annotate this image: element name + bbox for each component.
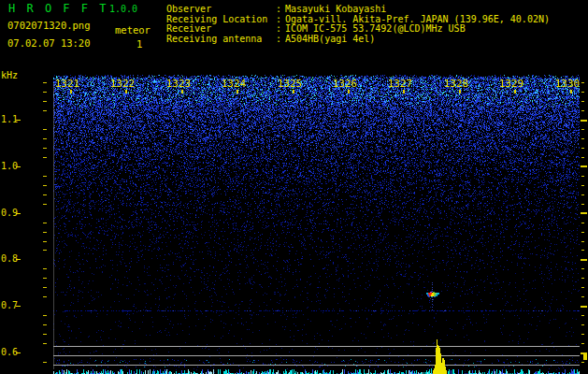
axis-tick bbox=[581, 194, 584, 195]
output-filename: 0702071320.png bbox=[7, 20, 91, 31]
axis-tick bbox=[43, 82, 47, 83]
time-tick-label: 1327 bbox=[388, 78, 413, 90]
axis-tick bbox=[43, 287, 47, 288]
axis-tick bbox=[43, 223, 47, 223]
axis-tick bbox=[43, 185, 47, 186]
minute-tick bbox=[125, 90, 127, 94]
info-separator: : bbox=[276, 5, 285, 15]
time-tick-label: 1330 bbox=[555, 78, 581, 90]
app-version: 1.0.0 bbox=[109, 4, 137, 14]
meteor-count: 1 bbox=[136, 38, 142, 50]
axis-tick bbox=[43, 176, 47, 177]
info-value: Ogata-vill. Akita-Pref. JAPAN (139.96E, … bbox=[285, 14, 550, 24]
axis-tick bbox=[581, 278, 584, 279]
axis-tick bbox=[581, 110, 584, 111]
axis-tick bbox=[581, 82, 584, 83]
station-info: Observer:Masayuki Kobayashi Receiving Lo… bbox=[166, 5, 550, 44]
axis-tick bbox=[43, 194, 47, 195]
minute-tick bbox=[570, 90, 572, 94]
axis-tick bbox=[43, 315, 47, 316]
meteor-echo-marker bbox=[421, 280, 445, 314]
axis-tick bbox=[43, 250, 47, 251]
axis-tick bbox=[581, 101, 584, 102]
signal-spike bbox=[53, 337, 580, 374]
time-tick-label: 1321 bbox=[55, 78, 80, 90]
axis-tick bbox=[581, 287, 584, 288]
axis-tick bbox=[43, 101, 47, 102]
minute-tick bbox=[237, 90, 238, 94]
time-tick-label: 1328 bbox=[444, 78, 469, 90]
minute-tick bbox=[403, 90, 405, 94]
info-label: Observer bbox=[166, 5, 276, 15]
axis-tick bbox=[16, 213, 21, 214]
axis-tick bbox=[16, 352, 21, 353]
axis-tick bbox=[43, 278, 47, 279]
spectrogram-canvas bbox=[53, 73, 580, 374]
axis-tick bbox=[581, 306, 587, 308]
axis-tick bbox=[581, 250, 584, 251]
axis-tick bbox=[43, 268, 47, 269]
axis-tick bbox=[43, 241, 47, 242]
axis-tick bbox=[581, 223, 584, 223]
axis-tick bbox=[43, 129, 47, 130]
axis-tick bbox=[581, 92, 584, 93]
time-tick-label: 1323 bbox=[166, 78, 192, 90]
time-tick-label: 1322 bbox=[110, 78, 136, 90]
axis-tick bbox=[43, 334, 47, 335]
axis-tick bbox=[16, 259, 21, 260]
axis-tick bbox=[43, 232, 47, 233]
time-tick-label: 1329 bbox=[499, 78, 524, 90]
minute-tick bbox=[459, 90, 461, 94]
minute-tick bbox=[181, 90, 183, 94]
axis-tick bbox=[43, 157, 47, 158]
axis-tick bbox=[581, 212, 587, 214]
mode-label: meteor bbox=[115, 24, 151, 36]
info-separator: : bbox=[276, 35, 285, 45]
axis-tick bbox=[43, 110, 47, 111]
axis-tick bbox=[581, 259, 587, 261]
axis-tick bbox=[43, 92, 47, 93]
axis-tick bbox=[581, 232, 584, 233]
axis-tick bbox=[581, 148, 584, 149]
time-tick-label: 1325 bbox=[278, 78, 303, 90]
axis-tick bbox=[581, 176, 584, 177]
right-axis-marker bbox=[583, 354, 587, 360]
axis-tick bbox=[16, 120, 21, 121]
info-value: ICOM IC-575 53.7492(@LCD)MHz USB bbox=[285, 23, 466, 34]
axis-tick bbox=[581, 343, 584, 344]
axis-tick bbox=[581, 334, 584, 335]
info-value: Masayuki Kobayashi bbox=[285, 4, 386, 14]
axis-tick bbox=[581, 268, 584, 269]
axis-tick bbox=[581, 241, 584, 242]
minute-tick bbox=[70, 90, 72, 94]
axis-tick bbox=[43, 138, 47, 139]
time-tick-label: 1324 bbox=[222, 78, 247, 90]
info-value: A504HB(yagi 4el) bbox=[285, 34, 375, 44]
time-tick-label: 1326 bbox=[333, 78, 358, 90]
axis-tick bbox=[581, 315, 584, 316]
axis-tick bbox=[581, 129, 584, 130]
plot-left-border bbox=[53, 82, 54, 369]
axis-tick bbox=[43, 148, 47, 149]
axis-tick bbox=[581, 120, 587, 122]
minute-tick bbox=[348, 90, 350, 94]
axis-tick bbox=[43, 362, 47, 363]
date-time: 07.02.07 13:20 bbox=[7, 37, 91, 49]
axis-tick bbox=[581, 204, 584, 205]
minute-tick bbox=[293, 90, 294, 94]
info-label: Receiving antenna bbox=[166, 35, 276, 45]
axis-tick bbox=[43, 343, 47, 344]
minute-tick bbox=[514, 90, 516, 94]
axis-tick bbox=[581, 362, 584, 363]
y-axis-unit: kHz bbox=[1, 70, 18, 80]
info-row-antenna: Receiving antenna:A504HB(yagi 4el) bbox=[166, 35, 550, 45]
axis-tick bbox=[16, 166, 21, 167]
axis-tick bbox=[581, 138, 584, 139]
axis-tick bbox=[581, 157, 584, 158]
app-title: H R O F F T bbox=[8, 2, 108, 15]
axis-tick bbox=[43, 324, 47, 325]
axis-tick bbox=[581, 324, 584, 325]
axis-tick bbox=[16, 306, 21, 307]
axis-tick bbox=[43, 204, 47, 205]
axis-tick bbox=[581, 185, 584, 186]
